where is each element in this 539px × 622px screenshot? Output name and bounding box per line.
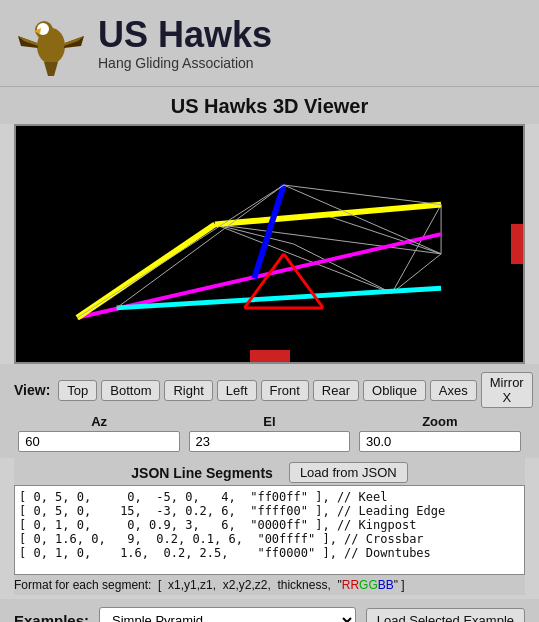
3d-canvas xyxy=(16,126,523,362)
svg-line-13 xyxy=(392,205,441,294)
json-textarea[interactable]: [ 0, 5, 0, 0, -5, 0, 4, "ff00ff" ], // K… xyxy=(14,485,525,575)
svg-line-23 xyxy=(254,185,284,278)
view-rear-button[interactable]: Rear xyxy=(313,380,359,401)
az-group: Az xyxy=(14,414,184,452)
json-section: JSON Line Segments Load from JSON [ 0, 5… xyxy=(14,458,525,595)
view-right-button[interactable]: Right xyxy=(164,380,212,401)
json-format-row: Format for each segment: [ x1,y1,z1, x2,… xyxy=(14,575,525,595)
az-input[interactable] xyxy=(18,431,180,452)
load-json-button[interactable]: Load from JSON xyxy=(289,462,408,483)
az-label: Az xyxy=(91,414,107,429)
view-oblique-button[interactable]: Oblique xyxy=(363,380,426,401)
scroll-bottom[interactable] xyxy=(250,350,290,362)
view-left-button[interactable]: Left xyxy=(217,380,257,401)
el-input[interactable] xyxy=(189,431,351,452)
site-subtitle: Hang Gliding Association xyxy=(98,55,272,71)
examples-select[interactable]: Simple Pyramid Hang Glider Box Tetrahedr… xyxy=(99,607,356,622)
zoom-input[interactable] xyxy=(359,431,521,452)
format-r: RR xyxy=(342,578,359,592)
scroll-right[interactable] xyxy=(511,224,523,264)
format-b: BB xyxy=(378,578,394,592)
zoom-group: Zoom xyxy=(355,414,525,452)
json-title: JSON Line Segments xyxy=(131,465,273,481)
aez-row: Az El Zoom xyxy=(0,412,539,458)
load-example-button[interactable]: Load Selected Example xyxy=(366,608,525,622)
view-axes-button[interactable]: Axes xyxy=(430,380,477,401)
view-row: View: Top Bottom Right Left Front Rear O… xyxy=(0,364,539,412)
svg-marker-6 xyxy=(44,62,58,76)
el-label: El xyxy=(263,414,275,429)
view-top-button[interactable]: Top xyxy=(58,380,97,401)
format-g: GG xyxy=(359,578,378,592)
view-bottom-button[interactable]: Bottom xyxy=(101,380,160,401)
zoom-label: Zoom xyxy=(422,414,457,429)
3d-viewport[interactable] xyxy=(14,124,525,364)
view-label: View: xyxy=(14,382,50,398)
page-title: US Hawks 3D Viewer xyxy=(0,87,539,124)
json-header: JSON Line Segments Load from JSON xyxy=(14,458,525,485)
header: US Hawks Hang Gliding Association xyxy=(0,0,539,87)
el-group: El xyxy=(184,414,354,452)
header-text: US Hawks Hang Gliding Association xyxy=(98,15,272,71)
logo xyxy=(16,8,86,78)
view-mirrorx-button[interactable]: Mirror X xyxy=(481,372,533,408)
examples-label: Examples: xyxy=(14,612,89,622)
site-title: US Hawks xyxy=(98,15,272,55)
examples-row: Examples: Simple Pyramid Hang Glider Box… xyxy=(0,599,539,622)
view-front-button[interactable]: Front xyxy=(261,380,309,401)
